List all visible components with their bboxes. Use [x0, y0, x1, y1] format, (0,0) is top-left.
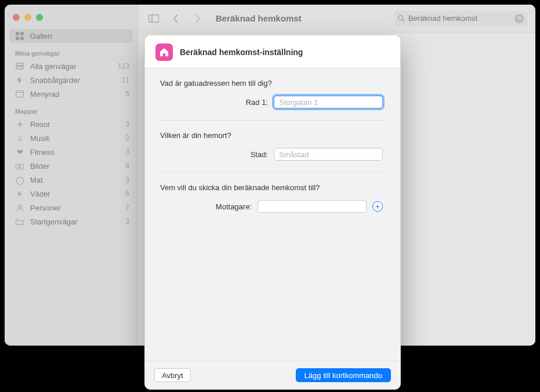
toolbar: Beräknad hemkomst ✕: [138, 5, 535, 32]
svg-rect-5: [16, 67, 23, 69]
add-recipient-button[interactable]: +: [372, 201, 383, 212]
sidebar-item-label: Fitness: [30, 148, 55, 157]
question-city: Vilken är din hemort?: [160, 131, 385, 140]
sidebar-item-label: Menyrad: [30, 90, 60, 99]
svg-rect-6: [16, 91, 24, 97]
sidebar-item-menubar[interactable]: Menyrad 5: [5, 87, 137, 101]
sidebar-item-count: 5: [125, 90, 129, 98]
sun-icon: ☀︎: [15, 189, 24, 198]
sidebar-item-label: Personer: [30, 204, 61, 212]
field-row-city: Stad:: [160, 148, 385, 161]
back-button[interactable]: [168, 12, 183, 26]
search-icon: [397, 14, 405, 22]
sidebar-item-label: Galleri: [30, 32, 52, 41]
sidebar-section-mine: Mina genvägar: [5, 43, 137, 59]
grid-icon: [15, 31, 24, 41]
address-label: Rad 1:: [246, 98, 268, 107]
sheet-body: Vad är gatuadressen hem till dig? Rad 1:…: [145, 68, 400, 361]
field-row-address: Rad 1:: [160, 96, 385, 108]
person-icon: [15, 203, 24, 212]
page-title: Beräknad hemkomst: [216, 13, 302, 23]
sidebar-item-count: 8: [125, 162, 129, 170]
svg-point-9: [19, 165, 21, 168]
sidebar-item-count: 3: [125, 120, 129, 128]
sidebar-item-quick-actions[interactable]: Snabbåtgärder 11: [5, 73, 137, 87]
svg-point-10: [19, 205, 21, 208]
recipient-input[interactable]: [258, 200, 367, 213]
sidebar-item-count: 113: [118, 62, 129, 70]
svg-rect-4: [16, 63, 23, 66]
fitness-icon: ❤︎: [15, 147, 24, 157]
sidebar-item-count: 2: [125, 134, 129, 142]
address-input[interactable]: [274, 96, 383, 108]
sidebar-item-label: Musik: [30, 134, 50, 143]
svg-rect-1: [20, 32, 24, 35]
home-icon: [155, 43, 173, 61]
sidebar-folder-food[interactable]: ◯Mat 3: [5, 173, 137, 187]
sheet-footer: Avbryt Lägg till kortkommando: [145, 361, 400, 389]
sidebar-item-label: Alla genvägar: [30, 62, 77, 71]
minimize-window-button[interactable]: [24, 14, 31, 21]
sidebar-item-count: 11: [122, 76, 129, 84]
sidebar-item-gallery[interactable]: Galleri: [9, 29, 133, 43]
question-address: Vad är gatuadressen hem till dig?: [160, 79, 385, 88]
sidebar-folder-travel[interactable]: ✈︎Resor 3: [5, 117, 137, 131]
sidebar-folder-starter[interactable]: Startgenvägar 3: [5, 215, 137, 228]
svg-rect-3: [20, 37, 24, 40]
svg-rect-2: [16, 37, 19, 40]
sidebar-item-label: Väder: [30, 190, 50, 198]
search-field[interactable]: ✕: [394, 11, 527, 26]
sidebar-section-folders: Mappar: [5, 101, 137, 117]
music-icon: ♫: [15, 133, 24, 143]
plane-icon: ✈︎: [15, 119, 24, 129]
food-icon: ◯: [15, 175, 24, 184]
sheet-header: Beräknad hemkomst-inställning: [145, 35, 400, 68]
toggle-sidebar-button[interactable]: [146, 12, 161, 26]
menubar-icon: [15, 89, 24, 99]
sidebar-item-count: 7: [125, 204, 129, 212]
city-input[interactable]: [274, 148, 383, 161]
sidebar-item-count: 3: [125, 176, 129, 184]
city-label: Stad:: [251, 150, 268, 159]
folder-icon: [15, 217, 24, 226]
sidebar-item-count: 3: [125, 148, 129, 156]
sidebar-item-label: Startgenvägar: [30, 217, 78, 226]
sidebar: Galleri Mina genvägar Alla genvägar 113 …: [5, 5, 138, 346]
close-window-button[interactable]: [13, 14, 20, 21]
sidebar-folder-people[interactable]: Personer 7: [5, 201, 137, 215]
sidebar-item-label: Resor: [30, 120, 50, 129]
divider: [158, 172, 387, 173]
question-recipient: Vem vill du skicka din beräknade hemkoms…: [160, 183, 385, 192]
cancel-button[interactable]: Avbryt: [154, 368, 191, 382]
stack-icon: [15, 61, 24, 71]
svg-rect-0: [16, 32, 19, 35]
sidebar-folder-weather[interactable]: ☀︎Väder 6: [5, 187, 137, 201]
search-input[interactable]: [405, 14, 514, 23]
add-shortcut-button[interactable]: Lägg till kortkommando: [296, 368, 391, 382]
sidebar-folder-music[interactable]: ♫Musik 2: [5, 131, 137, 145]
setup-sheet: Beräknad hemkomst-inställning Vad är gat…: [144, 35, 401, 390]
sidebar-folder-images[interactable]: Bilder 8: [5, 159, 137, 173]
sidebar-item-count: 6: [125, 190, 129, 198]
recipient-label: Mottagare:: [216, 202, 252, 211]
sidebar-item-label: Snabbåtgärder: [30, 76, 80, 85]
maximize-window-button[interactable]: [36, 14, 43, 21]
sidebar-item-all-shortcuts[interactable]: Alla genvägar 113: [5, 59, 137, 73]
field-row-recipient: Mottagare: +: [160, 200, 385, 213]
camera-icon: [15, 161, 24, 170]
sidebar-folder-fitness[interactable]: ❤︎Fitness 3: [5, 145, 137, 159]
bolt-icon: [15, 75, 24, 85]
svg-line-14: [403, 20, 405, 22]
window-controls: [5, 10, 137, 29]
sidebar-item-count: 3: [125, 217, 129, 226]
sidebar-item-label: Mat: [30, 176, 43, 184]
clear-search-button[interactable]: ✕: [514, 14, 524, 23]
sidebar-item-label: Bilder: [30, 162, 49, 170]
divider: [158, 120, 387, 121]
svg-rect-11: [149, 14, 159, 22]
sheet-title: Beräknad hemkomst-inställning: [180, 48, 303, 57]
forward-button[interactable]: [190, 12, 205, 26]
